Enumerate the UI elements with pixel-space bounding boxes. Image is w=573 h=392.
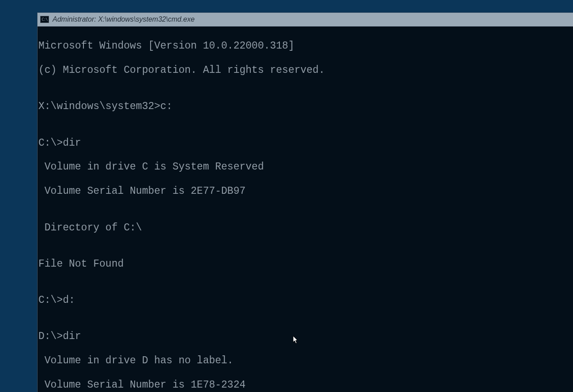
cmd-icon: C:\: [40, 16, 49, 23]
prompt-line: D:\>dir: [38, 331, 573, 343]
prompt-line: X:\windows\system32>c:: [38, 101, 573, 113]
banner-line: (c) Microsoft Corporation. All rights re…: [38, 64, 573, 76]
banner-line: Microsoft Windows [Version 10.0.22000.31…: [38, 40, 573, 52]
output-line: Volume Serial Number is 1E78-2324: [38, 379, 573, 391]
terminal-area[interactable]: Microsoft Windows [Version 10.0.22000.31…: [38, 26, 573, 392]
prompt-line: C:\>dir: [38, 137, 573, 149]
titlebar[interactable]: C:\ Administrator: X:\windows\system32\c…: [38, 13, 573, 26]
output-line: File Not Found: [38, 258, 573, 270]
window-title: Administrator: X:\windows\system32\cmd.e…: [53, 15, 195, 23]
prompt-line: C:\>d:: [38, 294, 573, 306]
output-line: Volume Serial Number is 2E77-DB97: [38, 185, 573, 197]
cmd-window[interactable]: C:\ Administrator: X:\windows\system32\c…: [37, 12, 573, 392]
output-line: Volume in drive C is System Reserved: [38, 161, 573, 173]
output-line: Volume in drive D has no label.: [38, 355, 573, 367]
output-line: Directory of C:\: [38, 222, 573, 234]
